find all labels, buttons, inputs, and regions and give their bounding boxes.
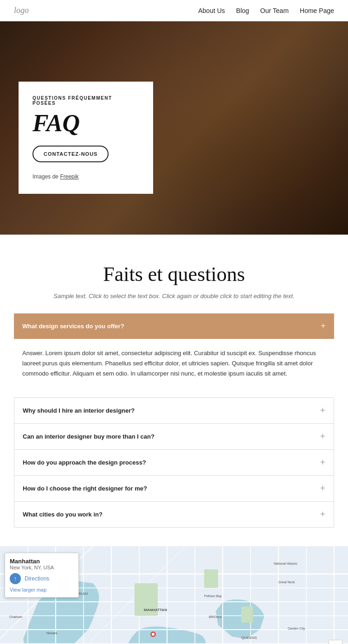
faq-plus-3: +	[320, 457, 325, 468]
zoom-in-button[interactable]: +	[329, 640, 342, 644]
svg-text:QUEENS: QUEENS	[241, 636, 257, 640]
map-section: MANHATTAN BRONX QUEENS New York BROOKLYN…	[0, 546, 348, 644]
faq-item-5[interactable]: What cities do you work in? +	[14, 502, 334, 527]
view-larger-map[interactable]: View larger map	[10, 587, 72, 593]
map-place-name: Manhattan	[10, 558, 72, 565]
faq-first-plus: +	[321, 321, 326, 332]
hero-credit: Images de Freepik	[32, 173, 137, 180]
svg-point-41	[152, 633, 155, 636]
faq-plus-4: +	[320, 483, 325, 494]
map-popup: Manhattan New York, NY, USA ↑ Directions…	[5, 553, 79, 598]
svg-text:Garden City: Garden City	[288, 627, 305, 631]
map-zoom-controls: + −	[329, 640, 342, 644]
faq-item-3[interactable]: How do you approach the design process? …	[14, 450, 334, 476]
hero-title: FAQ	[32, 111, 137, 135]
faq-question-1: Why should I hire an interior designer?	[23, 407, 135, 414]
faq-question-2: Can an interior designer buy more than I…	[23, 433, 155, 440]
svg-text:Newark: Newark	[46, 631, 58, 635]
svg-text:Chatham: Chatham	[9, 615, 23, 618]
navbar: logo About Us Blog Our Team Home Page	[0, 0, 348, 21]
nav-team[interactable]: Our Team	[260, 7, 289, 14]
faq-item-4[interactable]: How do I choose the right designer for m…	[14, 476, 334, 502]
faq-plus-5: +	[320, 509, 325, 520]
hero-section: QUESTIONS FRÉQUEMMENT POSÉES FAQ CONTACT…	[0, 21, 348, 235]
faq-plus-1: +	[320, 405, 325, 416]
directions-icon: ↑	[10, 573, 21, 584]
svg-text:BRONX: BRONX	[209, 615, 222, 619]
freepik-link[interactable]: Freepik	[60, 173, 78, 180]
faq-question-3: How do you approach the design process?	[23, 459, 146, 466]
faq-answer: Answer. Lorem ipsum dolor sit amet, cons…	[14, 339, 334, 390]
svg-text:Pelham Bay: Pelham Bay	[204, 594, 222, 598]
svg-rect-25	[241, 606, 253, 623]
nav-home[interactable]: Home Page	[300, 7, 334, 14]
nav-links: About Us Blog Our Team Home Page	[198, 7, 334, 14]
svg-rect-24	[204, 569, 218, 588]
faq-first-question: What design services do you offer?	[22, 323, 124, 330]
faq-question-5: What cities do you work in?	[23, 511, 103, 518]
svg-text:Great Neck: Great Neck	[278, 580, 295, 584]
faq-item-1[interactable]: Why should I hire an interior designer? …	[14, 398, 334, 424]
faq-first-item[interactable]: What design services do you offer? +	[14, 313, 334, 339]
faq-subtext: Sample text. Click to select the text bo…	[14, 293, 334, 300]
faq-plus-2: +	[320, 431, 325, 442]
map-address: New York, NY, USA	[10, 565, 72, 570]
logo: logo	[14, 6, 29, 15]
faq-section: Faits et questions Sample text. Click to…	[0, 235, 348, 546]
map-actions: ↑ Directions	[10, 573, 72, 584]
nav-blog[interactable]: Blog	[236, 7, 249, 14]
faq-item-2[interactable]: Can an interior designer buy more than I…	[14, 424, 334, 450]
faq-items-group: Why should I hire an interior designer? …	[14, 397, 334, 528]
faq-heading: Faits et questions	[14, 262, 334, 286]
svg-text:National Historic: National Historic	[274, 562, 297, 565]
svg-text:MANHATTAN: MANHATTAN	[144, 608, 167, 612]
directions-label[interactable]: Directions	[25, 575, 49, 582]
hero-subtitle: QUESTIONS FRÉQUEMMENT POSÉES	[32, 96, 137, 106]
nav-about[interactable]: About Us	[198, 7, 225, 14]
faq-question-4: How do I choose the right designer for m…	[23, 485, 147, 492]
hero-card: QUESTIONS FRÉQUEMMENT POSÉES FAQ CONTACT…	[19, 82, 153, 194]
contact-button[interactable]: CONTACTEZ-NOUS	[32, 146, 109, 162]
